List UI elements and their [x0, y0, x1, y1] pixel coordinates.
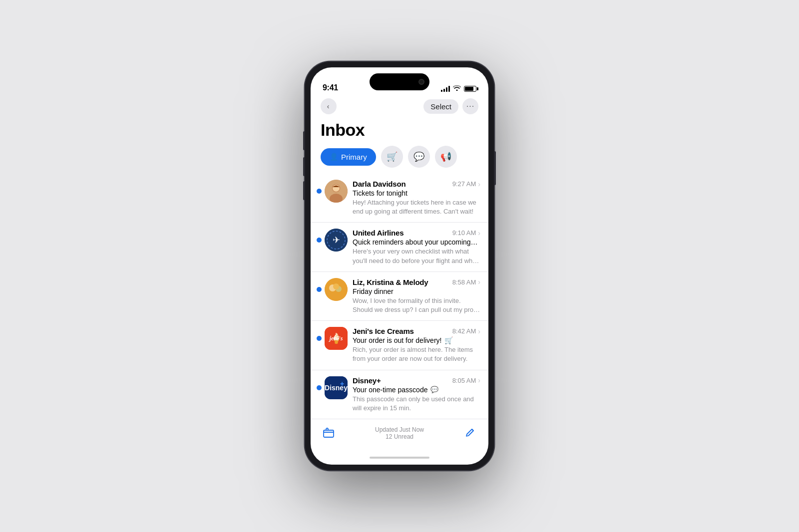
tab-shopping[interactable]: 🛒: [381, 146, 403, 168]
unread-dot: [317, 189, 322, 194]
avatar: Disney +: [325, 376, 348, 399]
chevron-right-icon: ›: [478, 376, 480, 384]
avatar: 🍦 jeni's: [325, 327, 348, 350]
email-subject: Quick reminders about your upcoming… 🛒: [353, 238, 480, 246]
phone-frame: 9:41: [305, 61, 494, 471]
more-button[interactable]: ···: [462, 98, 478, 114]
email-preview: This passcode can only be used once and …: [353, 395, 480, 413]
chevron-right-icon: ›: [478, 327, 480, 335]
content-area: Inbox 👤 Primary 🛒 💬 📢: [311, 118, 488, 419]
tab-primary[interactable]: 👤 Primary: [321, 148, 376, 166]
email-item[interactable]: ✈ United Airlines 9:10 AM ›: [311, 223, 488, 271]
avatar: [325, 180, 348, 203]
email-body: Disney+ 8:05 AM › Your one-time passcode…: [353, 376, 480, 413]
chevron-right-icon: ›: [478, 229, 480, 237]
camera-indicator: [418, 79, 424, 85]
signal-icon: [441, 86, 450, 92]
svg-text:jeni's: jeni's: [329, 335, 343, 342]
bottom-bar: Updated Just Now 12 Unread: [311, 419, 488, 451]
email-item[interactable]: Darla Davidson 9:27 AM › Tickets for ton…: [311, 174, 488, 223]
email-sender: Darla Davidson: [353, 180, 405, 188]
email-time: 8:58 AM: [452, 278, 476, 286]
email-time: 9:10 AM: [452, 229, 476, 237]
unread-dot: [317, 238, 322, 243]
email-body: United Airlines 9:10 AM › Quick reminder…: [353, 229, 480, 265]
nav-actions: Select ···: [423, 98, 478, 114]
email-body: Jeni's Ice Creams 8:42 AM › Your order i…: [353, 327, 480, 363]
back-button[interactable]: ‹: [321, 98, 337, 114]
tab-transactions[interactable]: 💬: [408, 146, 430, 168]
svg-text:✈: ✈: [333, 235, 340, 245]
email-item[interactable]: Disney + Disney+ 8:05 AM ›: [311, 370, 488, 419]
inbox-title: Inbox: [311, 118, 488, 146]
megaphone-icon: 📢: [440, 151, 451, 162]
email-sender: Disney+: [353, 376, 381, 385]
email-sender: United Airlines: [353, 229, 403, 237]
back-chevron-icon: ‹: [327, 102, 330, 110]
email-body: Darla Davidson 9:27 AM › Tickets for ton…: [353, 180, 480, 216]
status-icons: [441, 85, 476, 92]
message-tag-icon: 💬: [430, 386, 438, 393]
email-list: Darla Davidson 9:27 AM › Tickets for ton…: [311, 174, 488, 419]
phone-wrapper: 9:41: [305, 61, 494, 471]
person-icon: 👤: [330, 153, 338, 161]
tab-primary-label: Primary: [341, 153, 367, 161]
shopping-cart-icon: 🛒: [387, 151, 398, 162]
update-status: Updated Just Now 12 Unread: [337, 426, 462, 440]
chat-icon: 💬: [413, 151, 424, 162]
email-subject: Your order is out for delivery! 🛒: [353, 336, 480, 344]
email-preview: Rich, your order is almost here. The ite…: [353, 345, 480, 363]
unread-dot: [317, 385, 322, 390]
svg-text:Disney: Disney: [325, 384, 348, 392]
screen: 9:41: [311, 67, 488, 465]
email-time: 9:27 AM: [452, 180, 476, 188]
email-item[interactable]: Liz, Kristina & Melody 8:58 AM › Friday …: [311, 272, 488, 321]
battery-icon: [464, 86, 476, 92]
category-tabs: 👤 Primary 🛒 💬 📢: [311, 146, 488, 174]
unread-dot: [317, 336, 322, 341]
home-bar: [370, 457, 429, 459]
mailboxes-button[interactable]: [321, 425, 337, 441]
email-subject: Your one-time passcode 💬: [353, 386, 480, 394]
email-body: Liz, Kristina & Melody 8:58 AM › Friday …: [353, 278, 480, 314]
select-button[interactable]: Select: [423, 99, 458, 114]
chevron-right-icon: ›: [478, 278, 480, 286]
compose-button[interactable]: [462, 425, 478, 441]
email-preview: Wow, I love the formality of this invite…: [353, 296, 480, 314]
update-text: Updated Just Now: [375, 426, 424, 433]
email-preview: Hey! Attaching your tickets here in case…: [353, 198, 480, 216]
nav-bar: ‹ Select ···: [311, 96, 488, 118]
email-time: 8:05 AM: [452, 377, 476, 384]
chevron-right-icon: ›: [478, 180, 480, 188]
status-time: 9:41: [323, 83, 338, 92]
svg-text:+: +: [340, 380, 344, 388]
avatar: [325, 278, 348, 301]
tab-updates[interactable]: 📢: [435, 146, 457, 168]
email-time: 8:42 AM: [452, 327, 476, 335]
svg-rect-21: [324, 430, 334, 437]
avatar: ✈: [325, 229, 348, 252]
email-preview: Here's your very own checklist with what…: [353, 247, 480, 265]
home-indicator: [311, 451, 488, 465]
email-item[interactable]: 🍦 jeni's Jeni's Ice Creams 8:42 AM ›: [311, 321, 488, 370]
unread-dot: [317, 287, 322, 292]
unread-count: 12 Unread: [386, 433, 413, 440]
svg-point-10: [333, 283, 339, 289]
wifi-icon: [453, 85, 461, 92]
email-subject: Tickets for tonight: [353, 189, 480, 197]
email-subject: Friday dinner: [353, 287, 480, 295]
email-sender: Liz, Kristina & Melody: [353, 278, 428, 286]
email-sender: Jeni's Ice Creams: [353, 327, 414, 335]
delivery-tag-icon: 🛒: [444, 336, 453, 344]
dynamic-island: [370, 73, 429, 90]
more-dots-icon: ···: [466, 102, 474, 111]
